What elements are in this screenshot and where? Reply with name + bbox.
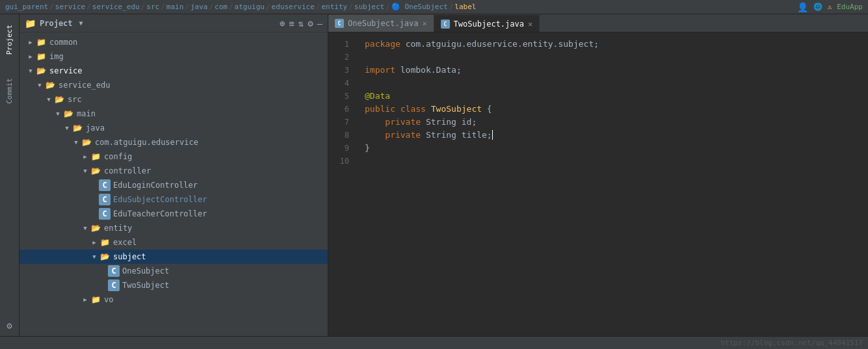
tree-item-label: controller	[104, 166, 151, 175]
arrow-icon: ▼	[44, 96, 53, 103]
tree-item-config[interactable]: ▶ 📁 config	[20, 149, 328, 164]
tree-item-src[interactable]: ▼ 📂 src	[20, 92, 328, 107]
project-dropdown[interactable]: ▼	[79, 19, 83, 27]
folder-icon: 📁	[99, 237, 111, 248]
tab-label: TwoSubject.java	[454, 19, 524, 29]
network-icon: 🌐	[813, 3, 822, 11]
breadcrumb-item[interactable]: gui_parent	[5, 3, 48, 11]
tab-close-button[interactable]: ✕	[422, 19, 427, 28]
arrow-icon: ▼	[81, 168, 90, 174]
breadcrumb-item[interactable]: service	[55, 3, 85, 11]
breadcrumb-sep: /	[185, 3, 189, 11]
code-line-5: @Data	[365, 90, 858, 103]
code-content[interactable]: package com.atguigu.eduservice.entity.su…	[354, 32, 868, 336]
tree-item-common[interactable]: ▶ 📁 common	[20, 35, 328, 49]
settings-icon[interactable]: ⚙	[308, 18, 313, 29]
breadcrumb-item[interactable]: atguigu	[235, 3, 265, 11]
tree-item-label: src	[68, 95, 82, 104]
tree-item-label: EduSubjectController	[113, 195, 207, 204]
settings-icon[interactable]: ⚙	[7, 320, 12, 331]
folder-icon: 📂	[81, 136, 92, 148]
tree-item-controller[interactable]: ▼ 📂 controller	[20, 164, 328, 178]
breadcrumb-item[interactable]: src	[146, 3, 159, 11]
tree-item-label: common	[49, 38, 77, 47]
tree-item-label: EduLoginController	[113, 181, 198, 190]
tree-item-label: entity	[104, 224, 132, 233]
breadcrumb-sep: /	[229, 3, 233, 11]
java-icon: C	[99, 179, 111, 191]
breadcrumb-sep: /	[161, 3, 165, 11]
breadcrumb-bar: gui_parent / service / service_edu / src…	[0, 0, 868, 14]
folder-icon: 📁	[35, 51, 47, 62]
tree-item-pkg[interactable]: ▼ 📂 com.atguigu.eduservice	[20, 135, 328, 149]
tree-item-label: service	[49, 66, 83, 75]
sidebar-tab-project[interactable]: Project	[3, 19, 16, 60]
code-line-4	[365, 77, 858, 90]
breadcrumb-sep: /	[209, 3, 213, 11]
tree-item-label: img	[49, 52, 64, 61]
tree-item-label: TwoSubject	[122, 281, 169, 290]
breadcrumb-item[interactable]: java	[191, 3, 208, 11]
tab-close-button[interactable]: ✕	[528, 19, 533, 29]
tree-item-main[interactable]: ▼ 📂 main	[20, 107, 328, 121]
breadcrumb-item[interactable]: eduservice	[272, 3, 315, 11]
tree-item-subject[interactable]: ▼ 📂 subject	[20, 250, 328, 264]
tree-item-service-edu[interactable]: ▼ 📂 service_edu	[20, 78, 328, 92]
arrow-icon: ▶	[90, 239, 99, 246]
editor-area: C OneSubject.java ✕ C TwoSubject.java ✕ …	[328, 14, 868, 336]
code-editor[interactable]: 1 2 3 4 5 6 7 8 9 10 package com.atguigu…	[328, 32, 868, 336]
tree-item-edu-teacher-ctrl[interactable]: C EduTeacherController	[20, 207, 328, 221]
warning-icon: ⚠	[828, 3, 832, 11]
code-line-7: private String id;	[365, 116, 858, 129]
breadcrumb-item[interactable]: 🔵 OneSubject	[391, 3, 448, 11]
tab-one-subject[interactable]: C OneSubject.java ✕	[328, 15, 434, 32]
arrow-icon: ▼	[81, 225, 90, 231]
tree-item-label: excel	[113, 238, 137, 247]
folder-icon: 📂	[53, 94, 65, 105]
breadcrumb-sep: /	[141, 3, 146, 11]
folder-icon: 📂	[90, 222, 101, 234]
sidebar-tab-commit[interactable]: Commit	[3, 73, 16, 109]
tree-item-service[interactable]: ▼ 📂 service	[20, 64, 328, 78]
folder-icon: 📂	[72, 122, 83, 134]
arrow-icon: ▼	[72, 139, 81, 146]
code-line-10	[365, 155, 858, 168]
tree-item-excel[interactable]: ▶ 📁 excel	[20, 235, 328, 250]
breadcrumb-sep: /	[49, 3, 54, 11]
breadcrumb-sep: /	[449, 3, 454, 11]
avatar-icon[interactable]: 👤	[797, 2, 808, 12]
arrow-icon: ▶	[81, 296, 90, 303]
folder-icon: 📂	[35, 65, 47, 77]
arrow-icon: ▶	[26, 53, 35, 60]
close-icon[interactable]: —	[317, 18, 322, 29]
tree-item-two-subject[interactable]: C TwoSubject	[20, 278, 328, 292]
tab-two-subject[interactable]: C TwoSubject.java ✕	[434, 15, 540, 32]
tree-item-label: subject	[113, 252, 146, 261]
tree-item-edu-subject-ctrl[interactable]: C EduSubjectController	[20, 192, 328, 207]
arrow-icon: ▶	[26, 39, 35, 45]
expand-icon[interactable]: ⇅	[298, 18, 304, 29]
breadcrumb-item[interactable]: com	[215, 3, 228, 11]
breadcrumb-item[interactable]: service_edu	[92, 3, 140, 11]
project-title: Project	[40, 19, 73, 28]
breadcrumb-item[interactable]: subject	[354, 3, 384, 11]
tab-bar: C OneSubject.java ✕ C TwoSubject.java ✕	[328, 14, 868, 32]
java-icon: C	[99, 194, 111, 205]
tree-item-label: service_edu	[59, 81, 110, 90]
line-numbers: 1 2 3 4 5 6 7 8 9 10	[328, 32, 354, 336]
tree-item-img[interactable]: ▶ 📁 img	[20, 49, 328, 64]
tree-item-edu-login[interactable]: C EduLoginController	[20, 178, 328, 192]
tree-item-entity[interactable]: ▼ 📂 entity	[20, 221, 328, 235]
tree-item-one-subject[interactable]: C OneSubject	[20, 264, 328, 278]
project-panel: 📁 Project ▼ ⊕ ≡ ⇅ ⚙ — ▶ 📁 common ▶	[20, 14, 328, 336]
collapse-icon[interactable]: ≡	[289, 18, 294, 29]
breadcrumb-item: label	[454, 3, 476, 11]
tree-item-java[interactable]: ▼ 📂 java	[20, 121, 328, 135]
locate-icon[interactable]: ⊕	[280, 18, 285, 29]
tree-item-vo[interactable]: ▶ 📁 vo	[20, 292, 328, 307]
breadcrumb-item[interactable]: main	[166, 3, 184, 11]
project-folder-icon: 📁	[25, 18, 36, 29]
folder-icon: 📂	[62, 108, 74, 120]
breadcrumb-item[interactable]: entity	[321, 3, 347, 11]
arrow-icon: ▼	[26, 68, 35, 74]
